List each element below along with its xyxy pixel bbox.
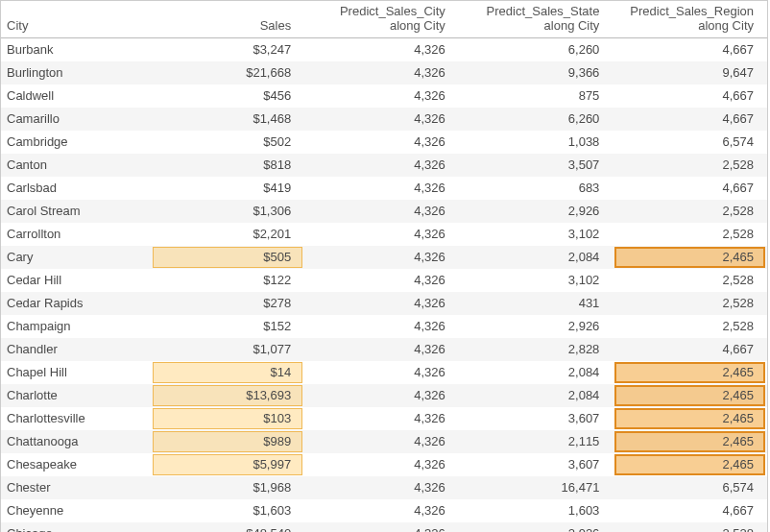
cell-sales: $21,668 [151,61,305,85]
cell-predict-region: 4,667 [613,37,767,61]
cell-predict-city: 4,326 [304,476,459,499]
col-header-predict-city[interactable]: Predict_Sales_Cityalong City [304,1,459,37]
table-row: Chesapeake$5,9974,3263,6072,465 [1,453,767,476]
cell-city: Cheyenne [1,499,151,522]
cell-predict-city: 4,326 [304,499,459,522]
cell-predict-state: 9,366 [459,61,614,85]
col-header-predict-region[interactable]: Predict_Sales_Regionalong City [613,1,767,37]
table-header: City Sales Predict_Sales_Cityalong City … [1,1,767,37]
table-row: Canton$8184,3263,5072,528 [1,154,767,177]
cell-city: Cary [1,246,151,269]
cell-predict-city: 4,326 [304,108,459,131]
cell-predict-region: 4,667 [613,85,767,108]
cell-sales: $2,201 [151,223,305,246]
cell-predict-region: 4,667 [613,499,767,522]
cell-sales: $502 [151,131,305,154]
cell-city: Carrollton [1,223,151,246]
cell-city: Carlsbad [1,177,151,200]
table-row: Chandler$1,0774,3262,8284,667 [1,338,767,361]
cell-predict-city: 4,326 [304,338,459,361]
cell-sales: $278 [151,292,305,315]
cell-predict-state: 875 [459,85,614,108]
cell-predict-state: 3,607 [459,407,614,430]
cell-predict-state: 431 [459,292,614,315]
cell-predict-region: 6,574 [613,131,767,154]
cell-city: Cedar Hill [1,269,151,292]
cell-predict-city: 4,326 [304,131,459,154]
cell-sales: $1,603 [151,499,305,522]
cell-sales: $505 [151,246,305,269]
cell-predict-city: 4,326 [304,200,459,223]
cell-sales: $989 [151,430,305,453]
table-row: Cary$5054,3262,0842,465 [1,246,767,269]
cell-city: Chester [1,476,151,499]
cell-predict-region: 2,465 [613,384,767,407]
cell-city: Caldwell [1,85,151,108]
cell-predict-region: 2,465 [613,430,767,453]
cell-predict-region: 2,465 [613,407,767,430]
table-row: Chester$1,9684,32616,4716,574 [1,476,767,499]
cell-predict-city: 4,326 [304,85,459,108]
cell-predict-state: 3,102 [459,269,614,292]
cell-predict-region: 4,667 [613,108,767,131]
table-row: Carlsbad$4194,3266834,667 [1,177,767,200]
cell-predict-state: 16,471 [459,476,614,499]
cell-sales: $818 [151,154,305,177]
cell-city: Chattanooga [1,430,151,453]
table-row: Burbank$3,2474,3266,2604,667 [1,37,767,61]
table-row: Carrollton$2,2014,3263,1022,528 [1,223,767,246]
cell-predict-city: 4,326 [304,315,459,338]
cell-predict-state: 2,084 [459,246,614,269]
cell-predict-state: 3,507 [459,154,614,177]
table-row: Camarillo$1,4684,3266,2604,667 [1,108,767,131]
cell-city: Charlotte [1,384,151,407]
cell-sales: $152 [151,315,305,338]
cell-city: Canton [1,154,151,177]
cell-predict-region: 2,465 [613,361,767,384]
cell-city: Charlottesville [1,407,151,430]
cell-predict-city: 4,326 [304,246,459,269]
cell-sales: $122 [151,269,305,292]
table-row: Cedar Rapids$2784,3264312,528 [1,292,767,315]
cell-city: Carol Stream [1,200,151,223]
col-header-sales[interactable]: Sales [151,1,305,37]
table-row: Chicago$48,5404,3262,9262,528 [1,522,767,532]
cell-sales: $456 [151,85,305,108]
table-body: Burbank$3,2474,3266,2604,667Burlington$2… [1,37,767,532]
cell-sales: $1,968 [151,476,305,499]
cell-predict-state: 2,115 [459,430,614,453]
cell-predict-state: 6,260 [459,108,614,131]
table-row: Caldwell$4564,3268754,667 [1,85,767,108]
cell-predict-city: 4,326 [304,384,459,407]
cell-predict-region: 4,667 [613,338,767,361]
table-row: Carol Stream$1,3064,3262,9262,528 [1,200,767,223]
cell-predict-region: 2,465 [613,453,767,476]
col-header-predict-state[interactable]: Predict_Sales_Statealong City [459,1,614,37]
data-table: City Sales Predict_Sales_Cityalong City … [0,0,768,532]
cell-sales: $1,468 [151,108,305,131]
cell-city: Camarillo [1,108,151,131]
table-row: Charlottesville$1034,3263,6072,465 [1,407,767,430]
cell-city: Chandler [1,338,151,361]
cell-predict-state: 1,038 [459,131,614,154]
cell-predict-state: 6,260 [459,37,614,61]
cell-city: Cedar Rapids [1,292,151,315]
cell-predict-region: 4,667 [613,177,767,200]
cell-sales: $419 [151,177,305,200]
table-row: Champaign$1524,3262,9262,528 [1,315,767,338]
cell-city: Burlington [1,61,151,85]
cell-predict-city: 4,326 [304,407,459,430]
cell-sales: $103 [151,407,305,430]
cell-predict-city: 4,326 [304,522,459,532]
cell-city: Chapel Hill [1,361,151,384]
cell-sales: $14 [151,361,305,384]
cell-predict-state: 2,926 [459,200,614,223]
table-row: Chapel Hill$144,3262,0842,465 [1,361,767,384]
cell-predict-city: 4,326 [304,61,459,85]
cell-predict-region: 9,647 [613,61,767,85]
cell-predict-region: 2,528 [613,269,767,292]
col-header-city[interactable]: City [1,1,151,37]
table-row: Charlotte$13,6934,3262,0842,465 [1,384,767,407]
cell-sales: $1,077 [151,338,305,361]
cell-predict-city: 4,326 [304,269,459,292]
